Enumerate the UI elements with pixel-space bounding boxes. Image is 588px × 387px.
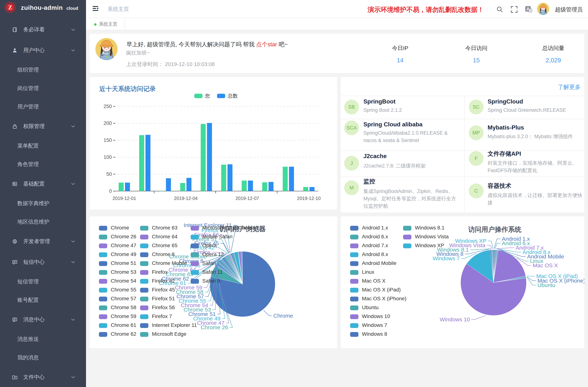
svg-text:2019-12-10: 2019-12-10: [297, 196, 321, 201]
svg-text:Z: Z: [8, 4, 12, 11]
svg-text:Windows 7: Windows 7: [433, 255, 460, 261]
svg-text:2019-12-07: 2019-12-07: [235, 196, 259, 201]
svg-text:150: 150: [104, 137, 112, 143]
svg-text:2019-12-04: 2019-12-04: [174, 196, 198, 201]
svg-text:50: 50: [106, 171, 112, 177]
svg-text:Ubuntu: Ubuntu: [537, 282, 555, 288]
svg-text:文: 文: [529, 9, 532, 12]
svg-text:Mac OS X: Mac OS X: [533, 262, 558, 268]
svg-text:2019-12-01: 2019-12-01: [113, 196, 136, 201]
svg-text:Chrome: Chrome: [273, 313, 293, 319]
svg-text:Windows 10: Windows 10: [440, 316, 470, 323]
svg-text:Chrome 26: Chrome 26: [201, 324, 228, 330]
svg-text:250: 250: [104, 104, 112, 109]
svg-text:100: 100: [104, 154, 112, 160]
svg-text:200: 200: [104, 121, 112, 126]
svg-text:0: 0: [109, 188, 112, 194]
